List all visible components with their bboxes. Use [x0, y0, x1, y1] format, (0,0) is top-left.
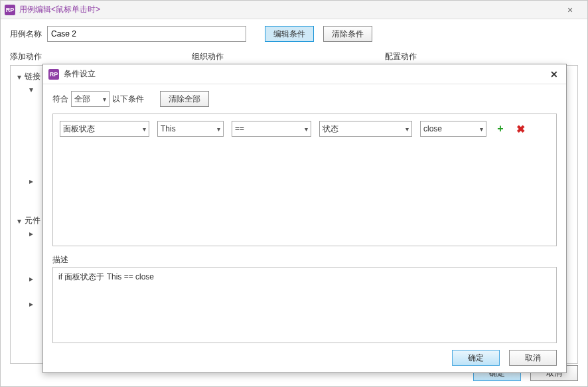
- operator-select[interactable]: == ▾: [232, 121, 311, 137]
- chevron-down-icon: ▾: [103, 96, 106, 103]
- description-box[interactable]: if 面板状态于 This == close: [52, 267, 557, 343]
- delete-row-icon[interactable]: ✖: [514, 123, 526, 135]
- match-mode-select[interactable]: 全部 ▾: [71, 91, 110, 107]
- chevron-down-icon: ▾: [217, 125, 220, 133]
- target-value: This: [161, 124, 176, 133]
- triangle-right-icon: ▸: [28, 229, 35, 238]
- value-select[interactable]: close ▾: [420, 121, 486, 137]
- col-organize-actions: 组织动作: [192, 51, 385, 62]
- columns-header: 添加动作 组织动作 配置动作: [10, 51, 578, 62]
- case-name-label: 用例名称: [10, 29, 42, 40]
- operator-value: ==: [235, 124, 244, 133]
- conditions-area: 面板状态 ▾ This ▾ == ▾ 状态 ▾ close ▾: [52, 114, 557, 246]
- add-row-icon[interactable]: +: [494, 123, 506, 135]
- chevron-down-icon: ▾: [143, 125, 146, 133]
- ok-button[interactable]: 确定: [452, 350, 500, 366]
- modal-titlebar: RP 条件设立 ✕: [43, 64, 566, 84]
- match-suffix-label: 以下条件: [112, 94, 144, 105]
- chevron-down-icon: ▾: [480, 125, 483, 133]
- clear-all-button[interactable]: 清除全部: [160, 91, 209, 107]
- col-add-actions: 添加动作: [10, 51, 192, 62]
- value-type-value: 状态: [323, 123, 338, 135]
- triangle-right-icon: ▸: [28, 177, 35, 186]
- condition-builder-dialog: RP 条件设立 ✕ 符合 全部 ▾ 以下条件 清除全部 面板状态 ▾ This: [42, 64, 567, 373]
- match-prefix-label: 符合: [52, 94, 68, 105]
- triangle-right-icon: ▸: [28, 299, 35, 309]
- value-type-select[interactable]: 状态 ▾: [319, 121, 412, 137]
- parent-title: 用例编辑<鼠标单击时>: [19, 4, 100, 15]
- chevron-down-icon: ▾: [305, 125, 308, 133]
- col-configure-actions: 配置动作: [385, 51, 578, 62]
- description-text: if 面板状态于 This == close: [58, 272, 154, 281]
- value-value: close: [423, 124, 442, 133]
- clear-condition-button[interactable]: 清除条件: [323, 26, 372, 42]
- field-value: 面板状态: [63, 123, 95, 135]
- axure-rp-icon: RP: [48, 69, 59, 80]
- triangle-down-icon: ▾: [16, 216, 23, 226]
- axure-rp-icon: RP: [5, 5, 15, 15]
- modal-body: 符合 全部 ▾ 以下条件 清除全部 面板状态 ▾ This ▾ ==: [43, 84, 566, 343]
- chevron-down-icon: ▾: [405, 125, 409, 133]
- target-select[interactable]: This ▾: [157, 121, 224, 137]
- match-mode-value: 全部: [74, 94, 90, 105]
- case-name-row: 用例名称 编辑条件 清除条件: [10, 26, 578, 42]
- triangle-right-icon: ▸: [28, 274, 35, 283]
- close-icon[interactable]: ×: [557, 5, 583, 15]
- match-row: 符合 全部 ▾ 以下条件 清除全部: [52, 91, 557, 107]
- description-label: 描述: [52, 254, 557, 266]
- case-name-input[interactable]: [47, 26, 246, 42]
- triangle-down-icon: ▾: [16, 72, 23, 82]
- field-select[interactable]: 面板状态 ▾: [60, 121, 149, 137]
- triangle-down-icon: ▾: [28, 85, 35, 94]
- tree-node-label: 元件: [25, 215, 40, 226]
- modal-title: 条件设立: [64, 68, 96, 80]
- modal-footer: 确定 取消: [43, 343, 566, 372]
- condition-row: 面板状态 ▾ This ▾ == ▾ 状态 ▾ close ▾: [60, 121, 550, 137]
- close-icon[interactable]: ✕: [548, 69, 561, 80]
- parent-titlebar: RP 用例编辑<鼠标单击时> ×: [1, 1, 587, 19]
- cancel-button[interactable]: 取消: [509, 350, 557, 366]
- edit-condition-button[interactable]: 编辑条件: [265, 26, 314, 42]
- tree-node-label: 链接: [25, 71, 40, 82]
